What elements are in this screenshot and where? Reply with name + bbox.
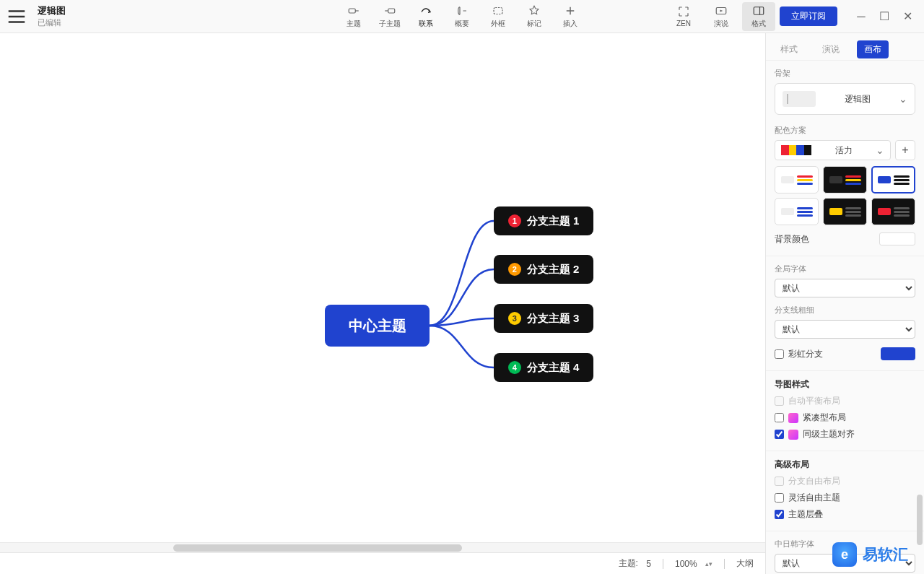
tb-format[interactable]: 格式 [742,2,775,31]
central-topic[interactable]: 中心主题 [325,305,430,347]
theme-preset-5[interactable] [823,198,867,225]
tb-summary[interactable]: 概要 [445,2,479,31]
globalfont-select[interactable]: 默认 [775,279,915,297]
svg-rect-0 [349,9,355,13]
chevron-down-icon: ⌄ [876,144,884,156]
skeleton-title: 骨架 [775,68,915,79]
horiz-scrollbar[interactable] [0,542,765,552]
subscribe-button[interactable]: 立即订阅 [780,6,837,26]
panel-tab-style[interactable]: 样式 [773,40,805,58]
add-scheme-button[interactable]: + [895,140,915,160]
svg-rect-1 [388,9,395,13]
tb-subtopic[interactable]: 子主题 [373,2,406,31]
tb-pitch[interactable]: 演说 [705,2,738,31]
doc-info: 逻辑图 已编辑 [35,4,66,28]
theme-preset-2[interactable] [823,166,867,193]
bgcolor-title: 背景颜色 [775,233,809,245]
window-minimize[interactable]: ─ [856,12,866,22]
skeleton-select[interactable]: 逻辑图 ⌄ [775,83,915,115]
menu-button[interactable] [6,6,27,27]
autobalance-checkbox [775,396,784,406]
mapstyle-title: 导图样式 [775,378,915,391]
svg-rect-2 [494,7,502,14]
branch-topic-1[interactable]: 1分支主题 1 [494,206,593,235]
format-panel: 样式 演说 画布 骨架 逻辑图 ⌄ 配色方案 活力 [765,33,924,574]
panel-scrollbar[interactable] [915,61,924,574]
branch-topic-2[interactable]: 2分支主题 2 [494,255,593,284]
tb-zen[interactable]: ZEN [667,2,700,31]
toolbar-center: 主题 子主题 联系 概要 外框 标记 插入 [337,2,587,31]
outline-button[interactable]: 大纲 [736,557,754,570]
cjkfont-title: 中日韩字体 [775,539,915,549]
toolbar-right: ZEN 演说 格式 立即订阅 ─ ☐ ✕ [667,2,918,31]
tb-relationship[interactable]: 联系 [409,2,443,31]
colorscheme-select[interactable]: 活力 ⌄ [775,140,891,160]
doc-title: 逻辑图 [38,4,66,17]
globalfont-title: 全局字体 [775,264,915,274]
window-close[interactable]: ✕ [902,12,912,22]
cjkfont-select[interactable]: 默认 [775,554,915,573]
theme-preset-1[interactable] [775,166,819,193]
freetopic-checkbox[interactable] [775,493,784,503]
rainbow-preview[interactable] [881,347,915,360]
branch-topic-4[interactable]: 4分支主题 4 [494,353,593,382]
zoom-control[interactable]: 100% ▴▾ [675,559,712,569]
tb-marker[interactable]: 标记 [518,2,551,31]
skeleton-icon [783,91,816,107]
rainbow-checkbox[interactable] [775,349,784,359]
status-topic-count: 主题: 5 [619,557,651,570]
branch-topic-3[interactable]: 3分支主题 3 [494,304,593,333]
align-checkbox[interactable] [775,430,784,439]
bgcolor-picker[interactable] [879,232,915,245]
overlap-checkbox[interactable] [775,510,784,519]
theme-preset-6[interactable] [871,198,915,225]
pro-icon [788,413,798,423]
chevron-down-icon: ⌄ [899,93,907,105]
mindmap-canvas[interactable]: 中心主题 1分支主题 1 2分支主题 2 3分支主题 3 4分支主题 4 [0,33,765,542]
panel-tab-pitch[interactable]: 演说 [815,40,847,58]
freebranch-checkbox [775,477,784,486]
tb-boundary[interactable]: 外框 [481,2,515,31]
colorscheme-title: 配色方案 [775,125,915,136]
doc-status: 已编辑 [38,17,66,28]
top-toolbar: 逻辑图 已编辑 主题 子主题 联系 概要 外框 标记 插入 ZEN 演说 格式 … [0,0,924,33]
tb-topic[interactable]: 主题 [337,2,370,31]
pro-icon [788,430,798,440]
branchwidth-select[interactable]: 默认 [775,320,915,339]
advanced-title: 高级布局 [775,458,915,471]
theme-preset-4[interactable] [775,198,819,225]
panel-tab-canvas[interactable]: 画布 [857,40,889,58]
status-bar: 主题: 5 100% ▴▾ 大纲 [0,552,765,574]
compact-checkbox[interactable] [775,413,784,422]
svg-rect-4 [754,6,764,14]
window-maximize[interactable]: ☐ [879,12,889,22]
theme-preset-3[interactable] [871,166,915,193]
tb-insert[interactable]: 插入 [554,2,587,31]
branchwidth-title: 分支线粗细 [775,305,915,316]
